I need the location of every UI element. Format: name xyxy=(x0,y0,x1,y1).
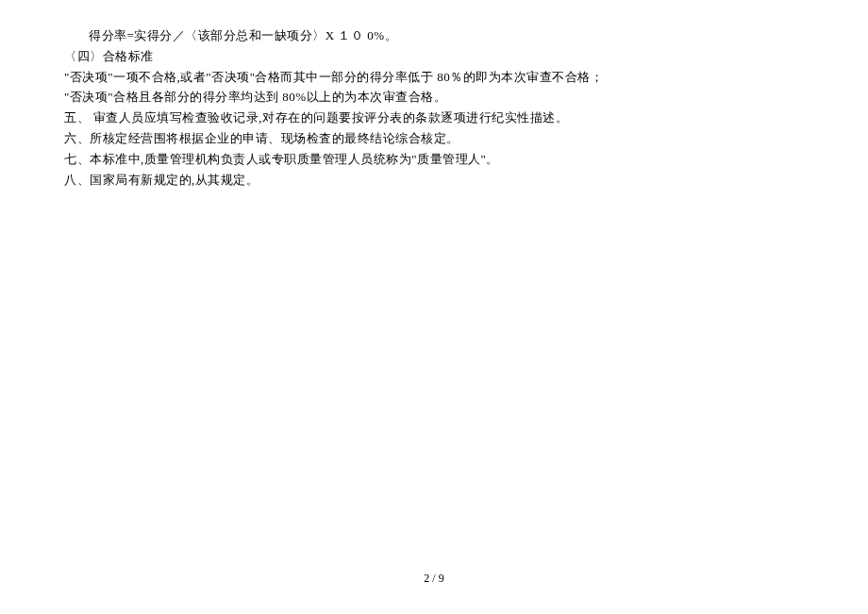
document-body: 得分率=实得分／〈该部分总和一缺项分〉X １０ 0%。 〈四〉合格标准 "否决项… xyxy=(64,26,804,190)
paragraph-line: 七、本标准中,质量管理机构负责人或专职质量管理人员统称为"质量管理人"。 xyxy=(64,150,804,170)
total-pages: 9 xyxy=(439,572,444,585)
paragraph-line: 五、 审查人员应填写检查验收记录,对存在的问题要按评分表的条款逐项进行纪实性描述… xyxy=(64,108,804,128)
page-number: 2 / 9 xyxy=(0,570,868,588)
paragraph-line: 六、所核定经营围将根据企业的申请、现场检査的最终结论综合核定。 xyxy=(64,129,804,149)
paragraph-line: "否决项"合格且各部分的得分率均达到 80%以上的为本次审查合格。 xyxy=(64,88,804,108)
paragraph-line: 得分率=实得分／〈该部分总和一缺项分〉X １０ 0%。 xyxy=(64,26,804,46)
paragraph-line: 〈四〉合格标准 xyxy=(64,47,804,67)
paragraph-line: 八、国家局有新规定的,从其规定。 xyxy=(64,171,804,191)
page-separator: / xyxy=(429,572,438,585)
paragraph-line: "否决项"一项不合格,或者"否决项"合格而其中一部分的得分率低于 80％的即为本… xyxy=(64,68,804,88)
